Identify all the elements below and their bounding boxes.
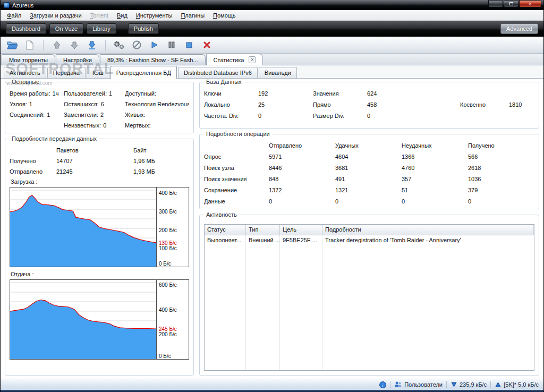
- maximize-icon: [509, 2, 513, 5]
- activity-column-line: [322, 235, 322, 370]
- activity-col-header[interactable]: Статус: [205, 225, 246, 235]
- menu-item[interactable]: Torrent: [86, 11, 113, 20]
- activity-col-header[interactable]: Подробности: [322, 225, 534, 235]
- stat-field: Соединений:1: [10, 112, 63, 118]
- stat-field: Узлов:1: [10, 101, 63, 107]
- tab[interactable]: 89,3% : Fashion Show - SF Fash...: [100, 54, 206, 65]
- remove-icon[interactable]: [200, 39, 213, 52]
- axis-tick-label: 600 Б/с: [159, 282, 177, 288]
- activity-cell: Tracker deregistration of 'Tomb Raider -…: [322, 235, 534, 246]
- activity-group: Активность СтатусТипЦельПодробности Выпо…: [199, 215, 539, 376]
- axis-tick-label: 245 Б/с: [159, 326, 177, 331]
- menu-item[interactable]: Вид: [113, 11, 132, 20]
- ops-value: 848: [269, 176, 335, 182]
- stop-icon[interactable]: [183, 39, 196, 52]
- nav-button[interactable]: On Vuze: [49, 23, 83, 34]
- download-chart-plot: [10, 188, 157, 267]
- tab-label: 89,3% : Fashion Show - SF Fash...: [107, 57, 198, 63]
- window-frame-bottom: [1, 390, 543, 392]
- move-down-icon[interactable]: [68, 39, 81, 52]
- db-label: Локально: [204, 101, 258, 108]
- axis-tick-label: 400 Б/с: [159, 306, 177, 312]
- tab[interactable]: Мои торренты: [2, 54, 55, 65]
- axis-tick-label: 200 Б/с: [159, 227, 177, 233]
- db-row: Локально25Прямо458Косвенно1810: [204, 101, 534, 108]
- menu-item[interactable]: Инструменты: [132, 11, 177, 20]
- stat-label: Узлов:: [10, 101, 27, 107]
- menu-item[interactable]: Плагины: [176, 11, 209, 20]
- move-up-icon[interactable]: [50, 39, 63, 52]
- ops-row-label: Поиск узла: [204, 165, 269, 171]
- nav-button[interactable]: Publish: [128, 23, 159, 34]
- tab-close-icon[interactable]: ×: [249, 56, 256, 63]
- subtab[interactable]: Передача: [47, 67, 86, 78]
- menu-item[interactable]: Загрузки и раздачи: [26, 11, 86, 20]
- db-field: Косвенно1810: [460, 101, 522, 108]
- minimize-button[interactable]: –: [488, 0, 503, 7]
- db-value: 624: [367, 90, 377, 97]
- ops-col-header: Неудачных: [402, 142, 468, 149]
- advanced-button[interactable]: Advanced: [500, 23, 538, 34]
- general-group: Основные Время работы:1чПользователей:1Д…: [5, 82, 194, 133]
- transfer-row-label: Получено: [10, 158, 56, 164]
- open-torrent-icon[interactable]: [6, 39, 19, 52]
- transfer-bytes-value: 1,93 МБ: [133, 168, 189, 175]
- upload-speed-value: [5K]* 5,0 кБ/с: [504, 381, 539, 388]
- transfer-packets-value: 21245: [56, 168, 133, 175]
- ops-value: 357: [402, 176, 468, 182]
- app-icon: [4, 2, 10, 8]
- activity-table: СтатусТипЦельПодробности Выполняет...Вне…: [204, 224, 534, 371]
- tab[interactable]: Статистика×: [206, 54, 264, 65]
- stat-label: Мертвых:: [125, 122, 151, 129]
- statusbar-separator: [446, 381, 447, 388]
- subtab[interactable]: Распределенная БД: [110, 66, 177, 79]
- db-field: Прямо458: [313, 101, 422, 108]
- options-gears-icon[interactable]: [113, 39, 125, 52]
- nav-button[interactable]: Dashboard: [6, 23, 46, 34]
- status-download-speed[interactable]: 235,9 кБ/с: [450, 381, 487, 388]
- axis-tick-label: 300 Б/с: [159, 209, 177, 215]
- statusbar-separator: [390, 381, 390, 388]
- status-info[interactable]: i: [379, 381, 386, 388]
- database-rows: Ключи192Значения624Локально25Прямо458Кос…: [204, 90, 534, 119]
- download-speed-value: 235,9 кБ/с: [460, 381, 487, 388]
- activity-row[interactable]: Выполняет...Внешний ...9F5BE25F ...Track…: [205, 235, 534, 246]
- download-icon[interactable]: [86, 39, 98, 52]
- activity-col-header[interactable]: Тип: [246, 225, 280, 235]
- window-title: Azureus: [12, 2, 33, 8]
- subtab[interactable]: Вивальди: [259, 67, 297, 78]
- upload-chart-plot: [10, 280, 157, 359]
- db-label: Ключи: [204, 90, 258, 97]
- menu-item[interactable]: Помощь: [209, 11, 240, 20]
- subtab[interactable]: Кэш: [87, 67, 109, 78]
- subtab[interactable]: Distributed Database IPv6: [178, 67, 258, 78]
- activity-col-header[interactable]: Цель: [280, 225, 322, 235]
- main-tab-bar: Мои торрентыНастройки89,3% : Fashion Sho…: [1, 54, 543, 65]
- ops-row-label: Данные: [204, 198, 269, 204]
- stat-field: Неизвестных:0: [64, 122, 124, 129]
- ops-corner: [204, 142, 269, 149]
- start-icon[interactable]: [148, 39, 160, 52]
- transfer-row-label: Отправлено: [10, 168, 56, 175]
- statistics-dht-view: Основные Время работы:1чПользователей:1Д…: [1, 79, 543, 379]
- status-users[interactable]: Пользователи: [394, 381, 443, 388]
- create-torrent-icon[interactable]: [23, 39, 36, 52]
- menu-item[interactable]: Файл: [3, 11, 26, 20]
- maximize-button[interactable]: [504, 0, 518, 7]
- ops-value: 51: [402, 187, 468, 193]
- ops-value: 566: [468, 154, 534, 160]
- subtab[interactable]: Активность: [4, 67, 46, 78]
- db-value: 458: [367, 101, 377, 108]
- stat-field: Доступный:: [125, 90, 189, 97]
- nav-button[interactable]: Library: [87, 23, 116, 34]
- stat-label: Время работы:: [10, 90, 50, 97]
- pause-icon[interactable]: [165, 39, 178, 52]
- close-button[interactable]: ×: [519, 0, 541, 7]
- tab[interactable]: Настройки: [56, 54, 99, 65]
- db-value: 1810: [509, 101, 522, 108]
- status-upload-speed[interactable]: [5K]* 5,0 кБ/с: [495, 381, 539, 388]
- cancel-icon[interactable]: [130, 39, 143, 52]
- transfer-details-group: Подробности передачи данных ПакетовБайтП…: [5, 139, 194, 376]
- ops-col-header: Получено: [468, 142, 534, 149]
- window-controls: – ×: [488, 0, 541, 7]
